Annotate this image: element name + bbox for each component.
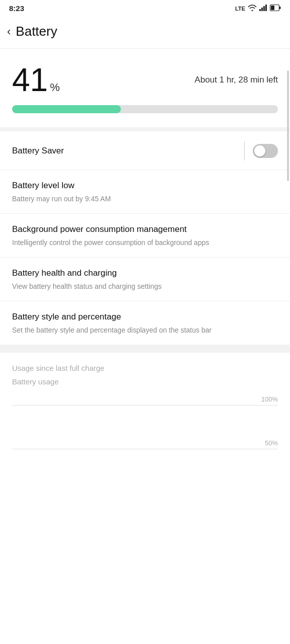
- settings-item-battery-health[interactable]: Battery health and charging View battery…: [0, 258, 290, 301]
- battery-percent-symbol: %: [50, 81, 60, 94]
- svg-rect-2: [263, 6, 265, 11]
- status-time: 8:23: [9, 4, 24, 13]
- battery-progress-bar: [12, 105, 278, 113]
- signal-icon: [259, 4, 267, 13]
- battery-style-title: Battery style and percentage: [12, 312, 121, 321]
- wifi-icon: [248, 4, 257, 13]
- chart-label-50: 50%: [265, 439, 278, 447]
- usage-since-charge-label: Usage since last full charge: [12, 364, 278, 372]
- settings-section: Battery Saver Battery level low Battery …: [0, 131, 290, 345]
- background-power-title: Background power consumption management: [12, 224, 187, 234]
- chart-label-100: 100%: [261, 395, 278, 403]
- background-power-subtitle: Intelligently control the power consumpt…: [12, 237, 278, 248]
- svg-rect-1: [261, 8, 263, 11]
- settings-item-battery-style[interactable]: Battery style and percentage Set the bat…: [0, 301, 290, 345]
- battery-percent-display: 41%: [12, 64, 60, 96]
- lte-icon: LTE: [235, 6, 245, 12]
- battery-health-subtitle: View battery health status and charging …: [12, 281, 278, 292]
- battery-usage-label: Battery usage: [12, 377, 278, 386]
- battery-saver-title: Battery Saver: [12, 145, 64, 156]
- toggle-divider: [244, 141, 245, 160]
- back-button[interactable]: ‹: [7, 25, 11, 38]
- svg-rect-5: [271, 6, 274, 10]
- battery-level-low-title: Battery level low: [12, 181, 75, 190]
- battery-level-section: 41% About 1 hr, 28 min left: [0, 49, 290, 127]
- chart-area: 100% 50%: [0, 393, 290, 449]
- battery-time-left: About 1 hr, 28 min left: [195, 75, 278, 85]
- svg-rect-3: [265, 5, 267, 11]
- toggle-knob: [254, 145, 265, 156]
- status-icons: LTE: [235, 4, 281, 13]
- battery-number: 41: [12, 62, 48, 98]
- chart-line-50: [12, 449, 278, 449]
- battery-percent-row: 41% About 1 hr, 28 min left: [12, 64, 278, 96]
- battery-saver-toggle-area: [244, 141, 278, 160]
- battery-icon: [270, 5, 281, 13]
- battery-saver-toggle[interactable]: [253, 144, 278, 158]
- battery-level-low-subtitle: Battery may run out by 9:45 AM: [12, 194, 278, 204]
- scrollbar-indicator[interactable]: [287, 70, 289, 181]
- battery-progress-fill: [12, 105, 121, 113]
- usage-section: Usage since last full charge Battery usa…: [0, 353, 290, 386]
- chart-axis-50: 50%: [12, 437, 278, 449]
- settings-item-background-power[interactable]: Background power consumption management …: [0, 214, 290, 258]
- page-header: ‹ Battery: [0, 15, 290, 48]
- svg-rect-6: [279, 7, 281, 9]
- section-divider-2: [0, 345, 290, 353]
- battery-style-subtitle: Set the battery style and percentage dis…: [12, 325, 278, 336]
- battery-health-title: Battery health and charging: [12, 268, 117, 278]
- battery-saver-row: Battery Saver: [12, 141, 278, 160]
- chart-body: [12, 407, 278, 437]
- chart-axis-100: 100%: [12, 393, 278, 405]
- svg-rect-0: [259, 9, 261, 11]
- section-divider-1: [0, 127, 290, 131]
- settings-item-battery-saver[interactable]: Battery Saver: [0, 131, 290, 170]
- status-bar: 8:23 LTE: [0, 0, 290, 15]
- settings-item-battery-level-low[interactable]: Battery level low Battery may run out by…: [0, 170, 290, 214]
- chart-line-100: [12, 405, 278, 406]
- page-title: Battery: [16, 24, 57, 39]
